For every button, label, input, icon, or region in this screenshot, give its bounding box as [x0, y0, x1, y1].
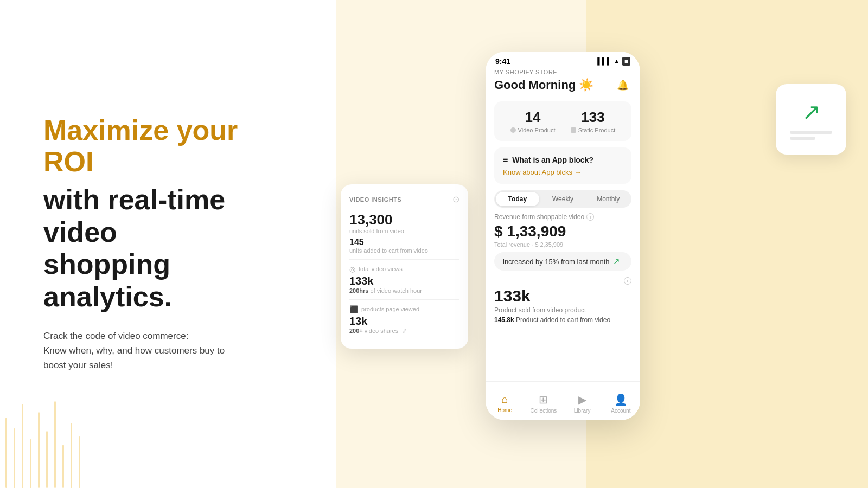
tab-weekly[interactable]: Weekly [541, 192, 585, 206]
static-count: 133 [563, 109, 623, 126]
static-icon-dot [571, 127, 576, 133]
pages-icon: ⬛ [349, 305, 358, 313]
app-block-link[interactable]: Know about App blcks → [503, 168, 623, 176]
chart-line-short [790, 137, 815, 140]
home-icon: ⌂ [502, 393, 508, 406]
product-sub: 145.8k Product added to cart from video [494, 316, 631, 324]
account-icon: 👤 [614, 393, 628, 406]
nav-account[interactable]: 👤 Account [602, 389, 640, 414]
collections-icon: ⊞ [539, 393, 548, 406]
units-cart-number: 145 [349, 237, 364, 247]
revenue-tabs: Today Weekly Monthly [494, 190, 631, 208]
shares-detail: 200+ video shares ⤢ [349, 328, 459, 335]
chart-lines [790, 131, 832, 140]
library-icon: ▶ [578, 393, 586, 406]
watch-hours-label: of video watch hour [371, 287, 422, 294]
collections-label: Collections [530, 408, 557, 414]
account-label: Account [611, 408, 630, 414]
greeting-text: Good Morning ☀️ [494, 78, 593, 92]
revenue-amount: $ 1,33,909 [494, 223, 631, 240]
increase-arrow-icon: ↗ [613, 256, 620, 266]
units-cart-label: units added to cart from video [349, 247, 459, 254]
wifi-icon: ▲ [614, 57, 620, 65]
nav-collections[interactable]: ⊞ Collections [524, 389, 563, 414]
app-block-icon: ≡ [503, 155, 508, 165]
static-label-text: Static Product [578, 127, 615, 133]
video-insights-menu-icon: ⊙ [452, 194, 459, 204]
total-views-number: 133k [349, 275, 459, 287]
revenue-label-text: Revenue form shoppable video [494, 213, 584, 221]
shares-number: 200+ [349, 328, 363, 334]
revenue-label: Revenue form shoppable video i [494, 213, 631, 221]
video-icon-dot [510, 127, 516, 133]
product-info-label: i [494, 277, 631, 285]
chart-arrow-icon: ↗ [802, 99, 821, 125]
bell-icon[interactable]: 🔔 [614, 76, 631, 94]
stats-card: 14 Video Product 133 Static Product [494, 101, 631, 141]
video-label: Video Product [503, 127, 563, 133]
library-label: Library [574, 408, 591, 414]
products-section: i 133k Product sold from video product 1… [486, 277, 640, 324]
nav-home[interactable]: ⌂ Home [486, 389, 524, 413]
decorative-lines [0, 369, 98, 488]
video-product-stat: 14 Video Product [503, 109, 563, 133]
signal-icon: ▌▌▌ [597, 57, 611, 65]
headline-main: with real-time videoshopping analytics. [43, 184, 293, 313]
watch-hours-number: 200hrs [349, 287, 368, 294]
subtext: Crack the code of video commerce: Know w… [43, 329, 293, 373]
total-views-label: total video views [359, 266, 403, 272]
headline-highlight: Maximize your ROI [43, 115, 293, 177]
battery-icon: ■ [622, 57, 630, 66]
units-sold-metric: 13,300 units sold from video 145 units a… [349, 212, 459, 254]
status-icons: ▌▌▌ ▲ ■ [597, 57, 630, 66]
subtext-line1: Crack the code of video commerce: [43, 331, 188, 341]
tab-today[interactable]: Today [496, 192, 539, 206]
greeting-word: Good Morning [494, 78, 576, 92]
bottom-nav: ⌂ Home ⊞ Collections ▶ Library 👤 Account [486, 381, 640, 420]
home-label: Home [497, 407, 512, 413]
divider2 [349, 299, 459, 300]
product-label: Product sold from video product [494, 306, 631, 314]
phone-status-bar: 9:41 ▌▌▌ ▲ ■ [486, 52, 640, 69]
app-block-card: ≡ What is an App block? Know about App b… [494, 147, 631, 184]
product-cart-label: Product added to cart from video [516, 316, 610, 324]
product-cart-count: 145.8k [494, 316, 514, 324]
pages-label-row: ⬛ products page viewed [349, 305, 459, 313]
revenue-info-icon: i [586, 213, 594, 221]
greeting-row: Good Morning ☀️ 🔔 [494, 76, 631, 94]
greeting-emoji: ☀️ [579, 78, 593, 92]
views-label-row: ◎ total video views [349, 265, 459, 273]
phone-mockup: 9:41 ▌▌▌ ▲ ■ MY SHOPIFY STORE Good Morni… [486, 52, 640, 420]
tab-monthly[interactable]: Monthly [586, 192, 630, 206]
app-block-title-text: What is an App block? [512, 156, 593, 164]
pages-label: products page viewed [361, 306, 419, 312]
total-views-metric: ◎ total video views 133k 200hrs of video… [349, 265, 459, 294]
nav-library[interactable]: ▶ Library [563, 389, 602, 414]
subtext-line2: Know when, why, and how customers buy to [43, 345, 225, 356]
video-insights-title: VIDEO INSIGHTS [349, 196, 401, 203]
video-label-text: Video Product [518, 127, 556, 133]
increase-badge-text: increased by 15% from last month [503, 258, 610, 266]
eye-icon: ◎ [349, 265, 355, 273]
chart-card: ↗ [776, 84, 846, 155]
status-time: 9:41 [495, 57, 510, 66]
store-label: MY SHOPIFY STORE [494, 69, 631, 75]
units-sold-label: units sold from video [349, 228, 459, 234]
pages-number: 13k [349, 315, 459, 328]
share-icon: ⤢ [402, 328, 407, 334]
pages-metric: ⬛ products page viewed 13k 200+ video sh… [349, 305, 459, 335]
static-product-stat: 133 Static Product [563, 109, 623, 133]
divider1 [349, 259, 459, 260]
product-info-icon: i [624, 277, 631, 285]
shares-label: video shares [365, 328, 398, 334]
chart-line-full [790, 131, 832, 134]
units-sold-number: 13,300 [349, 212, 459, 228]
video-card-header: VIDEO INSIGHTS ⊙ [349, 194, 459, 204]
watch-hours-detail: 200hrs of video watch hour [349, 287, 459, 294]
video-insights-card: VIDEO INSIGHTS ⊙ 13,300 units sold from … [341, 184, 468, 349]
phone-content: MY SHOPIFY STORE Good Morning ☀️ 🔔 14 Vi… [486, 69, 640, 277]
increase-badge: increased by 15% from last month ↗ [494, 252, 631, 271]
app-block-title: ≡ What is an App block? [503, 155, 623, 165]
static-label: Static Product [563, 127, 623, 133]
revenue-sub: Total revenue · $ 2,35,909 [494, 241, 631, 248]
